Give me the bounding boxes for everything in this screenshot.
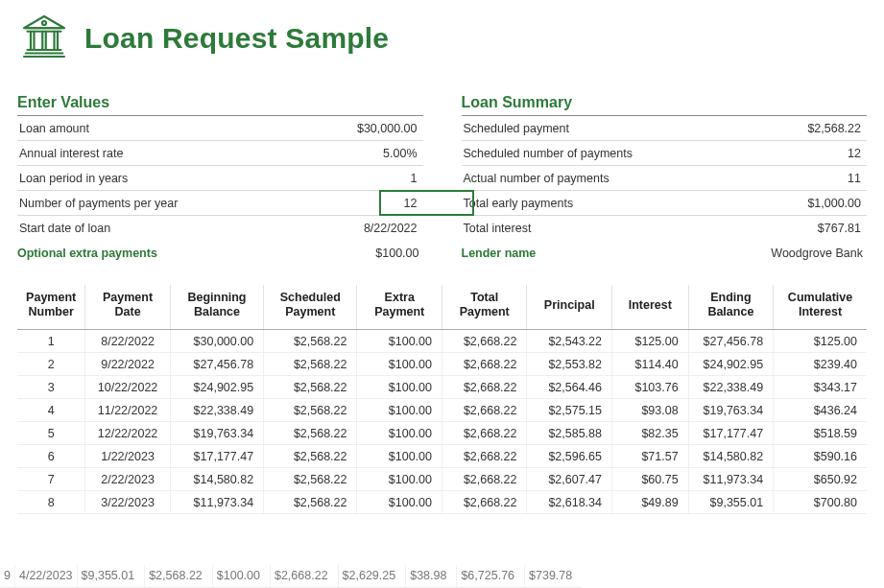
enter-values-cell[interactable]: 1 bbox=[316, 172, 421, 185]
table-cell[interactable]: $100.00 bbox=[357, 353, 442, 376]
table-cell[interactable]: $100.00 bbox=[357, 422, 442, 445]
table-cell[interactable]: $739.78 bbox=[525, 565, 583, 588]
table-cell[interactable]: 12/22/2022 bbox=[85, 422, 171, 445]
table-cell[interactable]: $27,456.78 bbox=[170, 353, 263, 376]
table-cell[interactable]: $2,568.22 bbox=[264, 491, 357, 514]
table-cell[interactable]: $93.08 bbox=[611, 399, 688, 422]
table-cell[interactable]: 8/22/2022 bbox=[85, 330, 171, 353]
table-cell[interactable]: $11,973.34 bbox=[688, 468, 774, 491]
table-cell[interactable]: $2,568.22 bbox=[145, 565, 213, 588]
table-cell[interactable]: 1 bbox=[17, 330, 85, 353]
table-cell[interactable]: $100.00 bbox=[357, 376, 442, 399]
table-cell[interactable]: $2,668.22 bbox=[442, 376, 527, 399]
table-cell[interactable]: $2,568.22 bbox=[264, 376, 357, 399]
table-cell[interactable]: 11/22/2022 bbox=[85, 399, 171, 422]
table-cell[interactable]: $100.00 bbox=[357, 330, 442, 353]
table-cell[interactable]: 1/22/2023 bbox=[85, 445, 171, 468]
enter-values-cell[interactable]: 5.00% bbox=[316, 147, 421, 160]
table-cell[interactable]: $100.00 bbox=[357, 491, 442, 514]
table-cell[interactable]: 10/22/2022 bbox=[85, 376, 171, 399]
column-header[interactable]: BeginningBalance bbox=[170, 285, 263, 330]
table-cell[interactable]: $2,668.22 bbox=[442, 445, 527, 468]
table-cell[interactable]: $2,568.22 bbox=[264, 445, 357, 468]
table-cell[interactable]: $2,629.25 bbox=[338, 565, 406, 588]
table-cell[interactable]: $2,596.65 bbox=[527, 445, 612, 468]
table-cell[interactable]: $2,668.22 bbox=[442, 399, 527, 422]
table-cell[interactable]: 3 bbox=[17, 376, 85, 399]
table-cell[interactable]: $71.57 bbox=[611, 445, 688, 468]
column-header[interactable]: PaymentNumber bbox=[17, 285, 85, 330]
table-cell[interactable]: $2,668.22 bbox=[442, 353, 527, 376]
table-cell[interactable]: $11,973.34 bbox=[170, 491, 263, 514]
table-cell[interactable]: 4/22/2023 bbox=[14, 565, 77, 588]
table-cell[interactable]: $343.17 bbox=[774, 376, 867, 399]
column-header[interactable]: TotalPayment bbox=[442, 285, 527, 330]
table-cell[interactable]: $60.75 bbox=[611, 468, 688, 491]
table-cell[interactable]: $6,725.76 bbox=[457, 565, 525, 588]
table-cell[interactable]: $9,355.01 bbox=[688, 491, 774, 514]
column-header[interactable]: Interest bbox=[611, 285, 688, 330]
table-cell[interactable]: 2 bbox=[17, 353, 85, 376]
table-cell[interactable]: $82.35 bbox=[611, 422, 688, 445]
table-cell[interactable]: $22,338.49 bbox=[170, 399, 263, 422]
table-cell[interactable]: 9/22/2022 bbox=[85, 353, 171, 376]
table-cell[interactable]: $2,575.15 bbox=[527, 399, 612, 422]
table-cell[interactable]: $436.24 bbox=[774, 399, 867, 422]
table-cell[interactable]: 9 bbox=[0, 565, 14, 588]
table-cell[interactable]: $2,668.22 bbox=[442, 330, 527, 353]
table-cell[interactable]: $2,668.22 bbox=[442, 422, 527, 445]
table-cell[interactable]: $2,568.22 bbox=[264, 399, 357, 422]
enter-values-cell[interactable]: 8/22/2022 bbox=[316, 222, 421, 235]
table-cell[interactable]: $22,338.49 bbox=[688, 376, 774, 399]
table-cell[interactable]: $2,543.22 bbox=[527, 330, 612, 353]
table-cell[interactable]: $590.16 bbox=[774, 445, 867, 468]
table-cell[interactable]: $24,902.95 bbox=[170, 376, 263, 399]
table-cell[interactable]: $2,568.22 bbox=[264, 422, 357, 445]
table-cell[interactable]: $103.76 bbox=[611, 376, 688, 399]
column-header[interactable]: Principal bbox=[527, 285, 612, 330]
table-cell[interactable]: 6 bbox=[17, 445, 85, 468]
column-header[interactable]: PaymentDate bbox=[85, 285, 171, 330]
table-cell[interactable]: $2,668.22 bbox=[442, 491, 527, 514]
enter-values-cell[interactable]: $30,000.00 bbox=[316, 122, 421, 135]
table-cell[interactable]: $14,580.82 bbox=[688, 445, 774, 468]
table-cell[interactable]: $2,585.88 bbox=[527, 422, 612, 445]
table-cell[interactable]: $19,763.34 bbox=[688, 399, 774, 422]
table-cell[interactable]: 3/22/2023 bbox=[85, 491, 171, 514]
table-cell[interactable]: $2,668.22 bbox=[270, 565, 338, 588]
table-cell[interactable]: $17,177.47 bbox=[170, 445, 263, 468]
table-cell[interactable]: $125.00 bbox=[611, 330, 688, 353]
table-cell[interactable]: $125.00 bbox=[774, 330, 867, 353]
table-cell[interactable]: $9,355.01 bbox=[77, 565, 145, 588]
table-cell[interactable]: $27,456.78 bbox=[688, 330, 774, 353]
enter-values-cell[interactable]: 12 bbox=[316, 197, 421, 210]
table-cell[interactable]: $100.00 bbox=[212, 565, 270, 588]
table-cell[interactable]: $518.59 bbox=[774, 422, 867, 445]
column-header[interactable]: EndingBalance bbox=[688, 285, 774, 330]
table-cell[interactable]: $49.89 bbox=[611, 491, 688, 514]
table-cell[interactable]: $2,607.47 bbox=[527, 468, 612, 491]
table-cell[interactable]: $2,618.34 bbox=[527, 491, 612, 514]
table-cell[interactable]: 2/22/2023 bbox=[85, 468, 171, 491]
column-header[interactable]: CumulativeInterest bbox=[774, 285, 867, 330]
table-cell[interactable]: $114.40 bbox=[611, 353, 688, 376]
table-cell[interactable]: 4 bbox=[17, 399, 85, 422]
table-cell[interactable]: $239.40 bbox=[774, 353, 867, 376]
table-cell[interactable]: $2,568.22 bbox=[264, 330, 357, 353]
table-cell[interactable]: $700.80 bbox=[774, 491, 867, 514]
table-cell[interactable]: $100.00 bbox=[357, 445, 442, 468]
table-cell[interactable]: $2,568.22 bbox=[264, 353, 357, 376]
table-cell[interactable]: 5 bbox=[17, 422, 85, 445]
table-cell[interactable]: $100.00 bbox=[357, 468, 442, 491]
table-cell[interactable]: $2,553.82 bbox=[527, 353, 612, 376]
table-cell[interactable]: $2,568.22 bbox=[264, 468, 357, 491]
table-cell[interactable]: $14,580.82 bbox=[170, 468, 263, 491]
table-cell[interactable]: $24,902.95 bbox=[688, 353, 774, 376]
table-cell[interactable]: 7 bbox=[17, 468, 85, 491]
table-cell[interactable]: $17,177.47 bbox=[688, 422, 774, 445]
table-cell[interactable]: $100.00 bbox=[357, 399, 442, 422]
table-cell[interactable]: $30,000.00 bbox=[170, 330, 263, 353]
table-cell[interactable]: $38.98 bbox=[406, 565, 457, 588]
table-cell[interactable]: $650.92 bbox=[774, 468, 867, 491]
table-cell[interactable]: 8 bbox=[17, 491, 85, 514]
